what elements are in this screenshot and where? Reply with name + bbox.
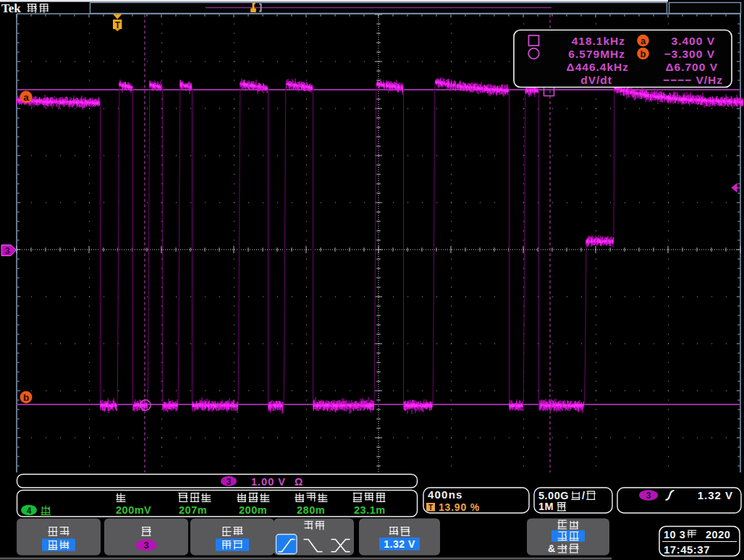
svg-text:/: / (582, 490, 585, 501)
svg-text:T: T (428, 504, 433, 512)
svg-text:10 3: 10 3 (664, 529, 685, 540)
svg-text:207m: 207m (179, 504, 207, 516)
svg-text:T: T (115, 20, 121, 30)
svg-text:3: 3 (143, 540, 148, 551)
svg-text:3: 3 (646, 491, 651, 501)
svg-text:dV/dt: dV/dt (580, 74, 612, 86)
svg-text:a: a (23, 92, 29, 103)
svg-text:6.579MHz: 6.579MHz (568, 48, 625, 60)
svg-text:418.1kHz: 418.1kHz (572, 35, 625, 47)
svg-text:Tek: Tek (1, 1, 21, 15)
svg-text:3: 3 (4, 245, 9, 256)
svg-text:1M: 1M (538, 501, 554, 512)
svg-text:200m: 200m (239, 504, 267, 516)
svg-text:−3.300 V: −3.300 V (664, 48, 715, 60)
svg-text:1.00 V: 1.00 V (251, 476, 286, 488)
svg-text:b: b (23, 392, 29, 403)
svg-text:4: 4 (27, 506, 32, 516)
svg-text:400ns: 400ns (428, 488, 463, 501)
svg-text:1.32 V: 1.32 V (698, 489, 733, 501)
svg-text:&: & (548, 543, 555, 554)
svg-text:13.90 %: 13.90 % (439, 501, 480, 513)
svg-text:200mV: 200mV (116, 504, 151, 516)
svg-text:23.1m: 23.1m (354, 504, 386, 516)
svg-text:Ω: Ω (295, 476, 303, 488)
svg-text:−−−− V/Hz: −−−− V/Hz (663, 74, 723, 86)
svg-text:2020: 2020 (706, 529, 730, 540)
svg-text:3.400 V: 3.400 V (672, 35, 715, 47)
svg-text:3: 3 (227, 477, 232, 487)
svg-text:1.32 V: 1.32 V (384, 538, 415, 550)
svg-text:Δ6.700 V: Δ6.700 V (665, 61, 718, 73)
svg-text:5.00G: 5.00G (538, 490, 569, 501)
svg-text:a: a (641, 35, 646, 46)
svg-text:Δ446.4kHz: Δ446.4kHz (567, 61, 630, 73)
svg-text:17:45:37: 17:45:37 (664, 543, 710, 556)
svg-text:b: b (641, 48, 646, 59)
svg-text:280m: 280m (297, 504, 325, 516)
